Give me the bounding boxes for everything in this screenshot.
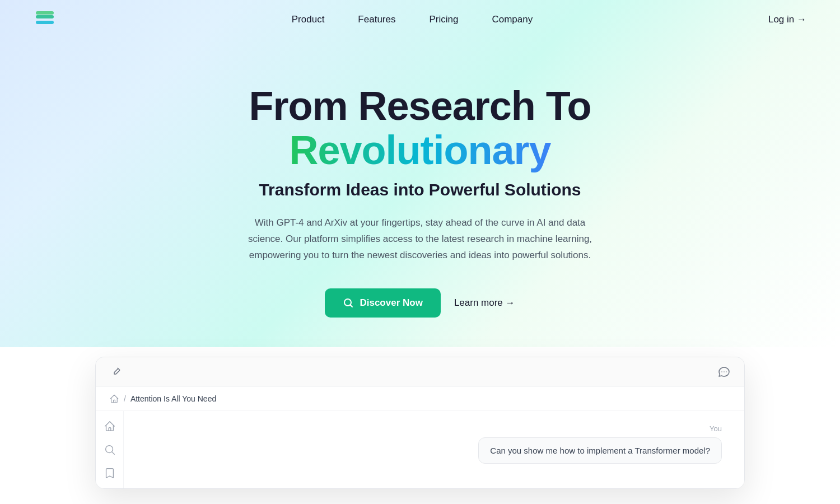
svg-rect-1 [36,21,54,24]
hero-description: With GPT-4 and ArXiv at your fingertips,… [246,215,594,264]
app-preview: / Attention Is All You Need You Can you … [95,357,745,489]
svg-rect-2 [36,11,54,15]
sidebar-search-icon[interactable] [104,444,116,456]
app-toolbar [96,357,744,387]
svg-line-4 [351,305,353,307]
home-icon [109,394,119,404]
learn-more-button[interactable]: Learn more → [454,297,515,309]
search-icon [343,297,354,309]
app-content: You Can you show me how to implement a T… [96,411,744,488]
svg-line-6 [112,452,114,454]
hero-title-line2: Revolutionary [289,128,550,172]
nav-product[interactable]: Product [292,14,325,25]
chat-bubble: Can you show me how to implement a Trans… [478,437,722,464]
nav-links: Product Features Pricing Company [292,14,533,25]
breadcrumb-separator: / [124,394,126,403]
app-main: You Can you show me how to implement a T… [124,411,744,488]
sidebar-home-icon[interactable] [104,420,116,432]
hero-subtitle: Transform Ideas into Powerful Solutions [259,180,581,199]
svg-point-5 [105,446,113,453]
hero-title-line1: From Research To [249,84,591,128]
pen-icon [109,365,123,379]
discover-now-label: Discover Now [360,297,422,309]
nav-features[interactable]: Features [358,14,395,25]
nav-pricing[interactable]: Pricing [429,14,458,25]
logo-icon [34,8,56,31]
hero-buttons: Discover Now Learn more → [325,288,515,318]
hero-section: From Research To Revolutionary Transform… [0,39,840,340]
chat-icon [717,365,731,379]
navbar: Product Features Pricing Company Log in … [0,0,840,39]
discover-now-button[interactable]: Discover Now [325,288,440,318]
chat-you-label: You [710,424,722,433]
app-sidebar [96,411,124,488]
logo[interactable] [34,8,56,31]
login-button[interactable]: Log in → [768,14,806,25]
nav-company[interactable]: Company [492,14,533,25]
sidebar-bookmark-icon[interactable] [104,467,116,479]
breadcrumb-text: Attention Is All You Need [130,394,216,403]
breadcrumb-bar: / Attention Is All You Need [96,387,744,411]
svg-rect-0 [36,15,54,18]
